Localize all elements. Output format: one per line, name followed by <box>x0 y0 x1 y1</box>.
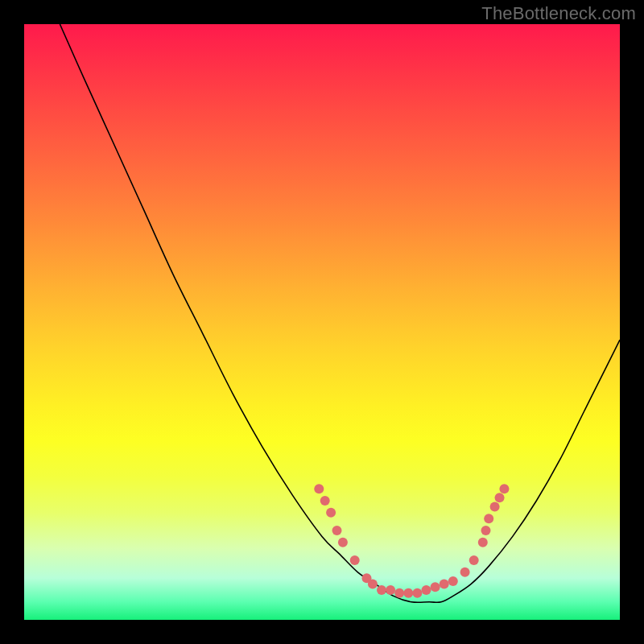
marker-dot <box>481 526 491 535</box>
marker-dot <box>499 484 509 493</box>
watermark-text: TheBottleneck.com <box>481 3 636 24</box>
marker-dot <box>403 588 413 598</box>
bottleneck-curve <box>60 24 620 602</box>
marker-dot <box>490 502 500 511</box>
marker-dot <box>326 508 336 518</box>
marker-dot <box>320 496 330 506</box>
marker-dot <box>314 484 324 493</box>
marker-dot <box>469 555 479 565</box>
marker-dot <box>350 555 360 565</box>
marker-dot <box>368 580 378 589</box>
chart-svg <box>24 24 620 620</box>
plot-area <box>24 24 620 620</box>
chart-frame: TheBottleneck.com <box>0 0 644 644</box>
marker-dot <box>431 582 440 592</box>
marker-dot <box>495 493 505 502</box>
marker-dot <box>412 588 422 598</box>
marker-dot <box>394 588 404 598</box>
marker-dot <box>338 538 348 547</box>
marker-dot <box>386 585 395 595</box>
marker-dot <box>484 514 493 523</box>
marker-dots-group <box>314 484 509 598</box>
marker-dot <box>377 585 386 595</box>
marker-dot <box>422 585 431 595</box>
marker-dot <box>440 580 449 589</box>
marker-dot <box>460 568 470 577</box>
marker-dot <box>478 538 488 547</box>
marker-dot <box>448 576 458 586</box>
marker-dot <box>332 526 342 535</box>
